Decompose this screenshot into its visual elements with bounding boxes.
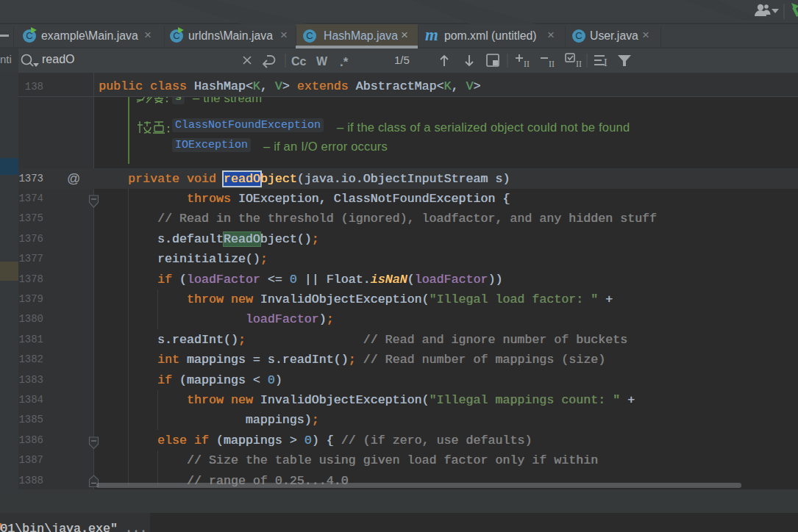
svg-text:.*: .* — [340, 55, 349, 69]
svg-text:II: II — [549, 59, 555, 69]
svg-text:I: I — [604, 57, 608, 68]
svg-text:Cc: Cc — [291, 55, 307, 68]
svg-text:W: W — [316, 55, 328, 68]
svg-text:II: II — [524, 59, 530, 69]
svg-text:II: II — [576, 59, 582, 69]
